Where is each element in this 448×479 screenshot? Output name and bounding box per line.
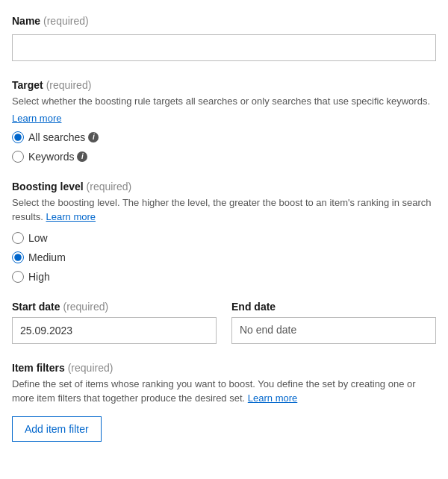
target-all-searches-label: All searches (28, 131, 85, 143)
date-section: Start date (required) End date No end da… (12, 301, 436, 344)
target-radio-all-searches[interactable] (12, 131, 24, 143)
boosting-level-section: Boosting level (required) Select the boo… (12, 181, 436, 283)
start-date-field: Start date (required) (12, 301, 217, 344)
name-required: (required) (43, 15, 89, 27)
start-date-required: (required) (63, 301, 108, 313)
boosting-radio-medium[interactable] (12, 251, 24, 263)
date-row: Start date (required) End date No end da… (12, 301, 436, 344)
add-item-filter-button[interactable]: Add item filter (12, 416, 102, 442)
target-radio-group: All searches i Keywords i (12, 131, 436, 163)
target-radio-keywords[interactable] (12, 151, 24, 163)
item-filters-label: Item filters (12, 362, 65, 374)
boosting-radio-low[interactable] (12, 232, 24, 244)
target-label-row: Target (required) (12, 79, 436, 91)
end-date-field: End date No end date (231, 301, 436, 344)
start-date-label-text: Start date (12, 301, 60, 313)
target-keywords-label: Keywords (28, 151, 74, 163)
target-option-keywords[interactable]: Keywords i (12, 151, 436, 163)
item-filters-section: Item filters (required) Define the set o… (12, 362, 436, 442)
item-filters-description-text: Define the set of items whose ranking yo… (12, 378, 416, 404)
start-date-label: Start date (required) (12, 301, 217, 313)
boosting-label: Boosting level (12, 181, 84, 192)
start-date-input[interactable] (12, 317, 217, 344)
target-required: (required) (46, 79, 92, 91)
boosting-description: Select the boosting level. The higher th… (12, 195, 436, 225)
boosting-low-label: Low (28, 232, 48, 244)
item-filters-description: Define the set of items whose ranking yo… (12, 377, 436, 406)
target-all-searches-info-icon[interactable]: i (88, 132, 99, 143)
name-label: Name (12, 15, 40, 27)
item-filters-label-row: Item filters (required) (12, 362, 436, 374)
boosting-radio-group: Low Medium High (12, 232, 436, 283)
boosting-radio-high[interactable] (12, 271, 24, 283)
end-date-placeholder: No end date (231, 317, 436, 344)
boosting-label-row: Boosting level (required) (12, 181, 436, 192)
boosting-high-label: High (28, 271, 50, 283)
boosting-required: (required) (87, 181, 132, 192)
boosting-medium-label: Medium (28, 251, 66, 263)
target-section: Target (required) Select whether the boo… (12, 79, 436, 163)
item-filters-learn-more[interactable]: Learn more (248, 392, 297, 404)
target-label: Target (12, 79, 43, 91)
target-option-all-searches[interactable]: All searches i (12, 131, 436, 143)
boosting-learn-more[interactable]: Learn more (46, 211, 96, 222)
target-keywords-info-icon[interactable]: i (77, 151, 87, 162)
item-filters-required: (required) (68, 362, 113, 374)
boosting-option-low[interactable]: Low (12, 232, 436, 244)
boosting-option-medium[interactable]: Medium (12, 251, 436, 263)
name-section: Name (required) (12, 15, 436, 61)
name-input[interactable] (12, 34, 436, 61)
target-description: Select whether the boosting rule targets… (12, 94, 436, 109)
name-label-row: Name (required) (12, 15, 436, 27)
boosting-option-high[interactable]: High (12, 271, 436, 283)
end-date-label: End date (231, 301, 436, 313)
target-learn-more[interactable]: Learn more (12, 113, 61, 124)
